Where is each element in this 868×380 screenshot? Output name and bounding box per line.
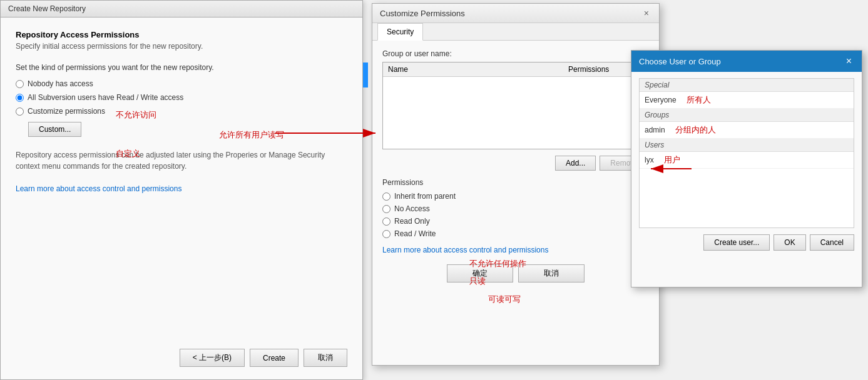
radio-all-users[interactable]: All Subversion users have Read / Write a… — [16, 93, 347, 102]
window-bottom-buttons: < 上一步(B) Create 取消 — [180, 349, 347, 367]
perm-readwrite-input[interactable] — [382, 230, 391, 238]
choose-user-group-dialog: Choose User or Group × Special Everyone … — [631, 50, 862, 288]
window-title: Create New Repository — [8, 4, 86, 13]
radio-customize-input[interactable] — [16, 108, 24, 116]
customize-close-button[interactable]: × — [641, 8, 651, 18]
user-list: Special Everyone 所有人 Groups admin 分组内的人 … — [639, 78, 854, 228]
category-special: Special — [640, 79, 854, 92]
info-text: Repository access permissions can be adj… — [16, 149, 347, 172]
category-groups: Groups — [640, 109, 854, 122]
cancel-button[interactable]: 取消 — [304, 349, 347, 367]
annotation-everyone: 所有人 — [687, 94, 711, 106]
perm-readonly[interactable]: Read Only — [382, 217, 649, 226]
radio-nobody-input[interactable] — [16, 80, 24, 88]
dialog-cancel-button[interactable]: 取消 — [518, 264, 585, 282]
dialog-learn-link[interactable]: Learn more about access control and perm… — [382, 246, 649, 254]
list-item-lyx[interactable]: lyx 用户 — [640, 152, 854, 169]
choose-title-bar: Choose User or Group × — [631, 51, 862, 72]
perm-readwrite[interactable]: Read / Write — [382, 229, 649, 238]
learn-link[interactable]: Learn more about access control and perm… — [16, 184, 181, 193]
kind-label: Set the kind of permissions you want for… — [16, 63, 347, 72]
section-title: Repository Access Permissions — [16, 30, 347, 39]
perm-noaccess[interactable]: No Access — [382, 204, 649, 213]
back-button[interactable]: < 上一步(B) — [180, 349, 245, 367]
table-header: Name Permissions — [383, 62, 648, 77]
tab-bar: Security — [372, 23, 659, 41]
choose-close-button[interactable]: × — [844, 56, 854, 67]
table-body[interactable] — [383, 77, 648, 139]
radio-all-input[interactable] — [16, 94, 24, 102]
create-button[interactable]: Create — [250, 349, 299, 367]
section-subtitle: Specify initial access permissions for t… — [16, 42, 347, 51]
create-repo-window: Create New Repository Repository Access … — [0, 0, 363, 380]
perm-readonly-input[interactable] — [382, 218, 391, 226]
radio-customize[interactable]: Customize permissions — [16, 107, 347, 116]
col-name-header: Name — [388, 65, 568, 74]
permissions-section-label: Permissions — [382, 178, 649, 187]
dialog-bottom-buttons: 确定 取消 — [382, 264, 649, 282]
perm-inherit-input[interactable] — [382, 192, 391, 201]
category-users: Users — [640, 139, 854, 152]
annotation-lyx: 用户 — [664, 154, 680, 166]
perm-radio-group: Inherit from parent No Access Read Only … — [382, 192, 649, 238]
tab-security[interactable]: Security — [377, 23, 423, 41]
permissions-table: Name Permissions — [382, 62, 649, 149]
dialog-confirm-button[interactable]: 确定 — [447, 264, 513, 282]
blue-accent-bar — [363, 62, 368, 88]
list-item-everyone[interactable]: Everyone 所有人 — [640, 92, 854, 109]
table-action-row: Add... Remove — [382, 156, 649, 171]
annotation-admin: 分组内的人 — [675, 124, 716, 136]
radio-group-permissions: Nobody has access All Subversion users h… — [16, 79, 347, 116]
add-button[interactable]: Add... — [555, 156, 596, 171]
radio-nobody[interactable]: Nobody has access — [16, 79, 347, 88]
group-label: Group or user name: — [382, 49, 649, 58]
create-user-button[interactable]: Create user... — [703, 234, 770, 251]
customize-title: Customize Permissions — [380, 9, 465, 18]
ok-button[interactable]: OK — [774, 234, 805, 251]
customize-title-bar: Customize Permissions × — [372, 4, 659, 23]
custom-button[interactable]: Custom... — [28, 122, 81, 137]
customize-permissions-dialog: Customize Permissions × Security Group o… — [372, 3, 660, 366]
list-item-admin[interactable]: admin 分组内的人 — [640, 122, 854, 139]
choose-cancel-button[interactable]: Cancel — [810, 234, 854, 251]
window-title-bar: Create New Repository — [1, 1, 362, 18]
choose-title: Choose User or Group — [639, 57, 721, 66]
dialog-body: Group or user name: Name Permissions Add… — [372, 41, 659, 291]
choose-bottom-buttons: Create user... OK Cancel — [639, 234, 854, 251]
choose-body: Special Everyone 所有人 Groups admin 分组内的人 … — [631, 72, 862, 257]
perm-inherit[interactable]: Inherit from parent — [382, 192, 649, 201]
perm-noaccess-input[interactable] — [382, 205, 391, 213]
